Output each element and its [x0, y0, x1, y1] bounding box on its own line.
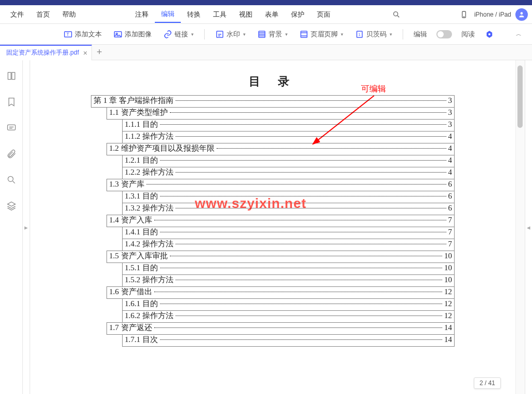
background-button[interactable]: 背景 ▾ — [253, 28, 292, 41]
toc-row[interactable]: 1.6.2 操作方法12 — [122, 310, 455, 323]
menu-item-8[interactable]: 表单 — [259, 7, 285, 22]
workspace: ▸ 可编辑 www.szyixin.net 目 录 第 1 章 客户端操作指南3… — [0, 60, 532, 394]
toc-row[interactable]: 1.7.1 目次14 — [122, 334, 455, 347]
settings-icon[interactable] — [482, 27, 497, 42]
document-viewport[interactable]: 可编辑 www.szyixin.net 目 录 第 1 章 客户端操作指南31.… — [30, 60, 515, 394]
toc-row[interactable]: 1.4.1 目的7 — [122, 227, 455, 239]
toc-row-page: 12 — [444, 287, 452, 296]
menubar: 文件首页帮助注释编辑转换工具视图表单保护页面 iPhone / iPad — [0, 5, 532, 24]
read-mode-button[interactable]: 阅读 — [457, 28, 479, 41]
search-panel-icon[interactable] — [4, 173, 19, 187]
toc-row-page: 6 — [448, 192, 453, 201]
edit-mode-button[interactable]: 编辑 — [409, 28, 431, 41]
toc-row[interactable]: 1.5.2 操作方法10 — [122, 274, 455, 287]
close-tab-icon[interactable]: × — [83, 49, 87, 57]
toc-row[interactable]: 1.1.2 操作方法4 — [122, 131, 455, 143]
thumbnails-icon[interactable] — [4, 69, 19, 83]
menu-item-6[interactable]: 工具 — [207, 7, 233, 22]
toc-row-page: 12 — [444, 311, 452, 320]
bookmark-icon[interactable] — [4, 95, 19, 109]
edit-read-toggle[interactable] — [436, 30, 452, 38]
document-tab[interactable]: 固定资产系统操作手册.pdf × — [0, 45, 92, 60]
menu-item-10[interactable]: 页面 — [311, 7, 337, 22]
watermark-text: www.szyixin.net — [195, 195, 307, 212]
link-label: 链接 — [175, 30, 188, 39]
collapse-toolbar-icon[interactable]: ︿ — [511, 27, 526, 42]
toc-row[interactable]: 1.3 资产库6 — [107, 179, 455, 191]
toc-row[interactable]: 1.6 资产借出12 — [107, 286, 455, 299]
toc-row-label: 1.1 资产类型维护 — [109, 108, 168, 117]
menu-item-4[interactable]: 编辑 — [155, 6, 181, 23]
menu-item-1[interactable]: 首页 — [30, 7, 56, 22]
page-indicator[interactable]: 2 / 41 — [474, 377, 501, 389]
add-image-button[interactable]: 添加图像 — [109, 28, 156, 41]
menu-item-3[interactable]: 注释 — [129, 7, 155, 22]
menu-item-5[interactable]: 转换 — [181, 7, 207, 22]
toc-row-label: 1.5 资产入库审批 — [109, 251, 168, 261]
document-page: 可编辑 www.szyixin.net 目 录 第 1 章 客户端操作指南31.… — [91, 71, 455, 347]
edit-mode-label: 编辑 — [414, 30, 427, 39]
toc-row[interactable]: 1.1.1 目的3 — [122, 119, 455, 132]
toc-row-page: 4 — [448, 168, 453, 177]
vertical-scrollbar[interactable] — [515, 60, 525, 394]
toc-row[interactable]: 第 1 章 客户端操作指南3 — [91, 95, 455, 108]
toc-row[interactable]: 1.2 维护资产项目以及报损年限4 — [107, 143, 455, 155]
toc-row[interactable]: 1.6.1 目的12 — [122, 298, 455, 311]
toc-row[interactable]: 1.2.2 操作方法4 — [122, 167, 455, 179]
toc-row[interactable]: 1.4.2 操作方法7 — [122, 239, 455, 251]
toc-leader-dots — [176, 100, 446, 101]
toc-row-page: 10 — [444, 252, 452, 260]
right-panel-collapse[interactable]: ◂ — [525, 60, 532, 394]
read-mode-label: 阅读 — [461, 30, 475, 39]
left-panel-collapse[interactable]: ▸ — [23, 60, 30, 394]
attachment-icon[interactable] — [4, 147, 19, 161]
toc-leader-dots — [160, 304, 442, 304]
menu-item-9[interactable]: 保护 — [285, 7, 311, 22]
watermark-icon — [215, 30, 224, 39]
document-tab-label: 固定资产系统操作手册.pdf — [6, 48, 79, 57]
toc-row[interactable]: 1.5.1 目的10 — [122, 262, 455, 275]
toc-row-page: 3 — [448, 108, 453, 117]
toc-row[interactable]: 1.2.1 目的4 — [122, 155, 455, 167]
page-number-button[interactable]: 1 贝茨码 ▾ — [351, 28, 396, 41]
toc-row-label: 1.4 资产入库 — [109, 215, 152, 225]
toc-row-label: 1.3 资产库 — [109, 179, 144, 189]
toc-row-page: 4 — [448, 144, 453, 153]
toc-row[interactable]: 1.7 资产返还14 — [107, 322, 455, 335]
toc-title: 目 录 — [91, 71, 455, 96]
svg-point-4 — [521, 12, 523, 15]
device-label: iPhone / iPad — [474, 11, 511, 18]
header-footer-button[interactable]: 页眉页脚 ▾ — [295, 28, 348, 41]
menu-item-7[interactable]: 视图 — [233, 7, 259, 22]
link-button[interactable]: 链接 ▾ — [159, 28, 198, 41]
scrollbar-thumb[interactable] — [517, 65, 523, 128]
layers-icon[interactable] — [4, 199, 19, 213]
add-tab-button[interactable]: + — [92, 45, 107, 60]
chevron-down-icon: ▾ — [243, 32, 246, 37]
comment-icon[interactable] — [4, 121, 19, 135]
add-text-button[interactable]: T 添加文本 — [59, 28, 106, 41]
toc-row-label: 1.6.1 目的 — [125, 299, 158, 309]
add-image-label: 添加图像 — [125, 30, 152, 39]
toc-leader-dots — [160, 160, 446, 161]
watermark-button[interactable]: 水印 ▾ — [211, 28, 250, 41]
toc-leader-dots — [176, 316, 442, 316]
svg-rect-19 — [11, 72, 15, 79]
user-avatar[interactable] — [515, 8, 528, 21]
menu-item-0[interactable]: 文件 — [4, 7, 30, 22]
toc-row-page: 4 — [448, 156, 453, 165]
toc-leader-dots — [170, 256, 443, 256]
menu-item-2[interactable]: 帮助 — [56, 7, 82, 22]
toc-row[interactable]: 1.5 资产入库审批10 — [107, 251, 455, 263]
device-icon[interactable] — [457, 7, 471, 22]
toc-row-label: 1.7 资产返还 — [109, 323, 152, 333]
search-icon[interactable] — [389, 7, 404, 22]
toc-row-label: 1.3.2 操作方法 — [125, 203, 174, 213]
toc-leader-dots — [176, 244, 446, 244]
toc-leader-dots — [176, 208, 446, 208]
toolbar-separator — [403, 29, 403, 40]
edit-toolbar: T 添加文本 添加图像 链接 ▾ 水印 ▾ 背景 ▾ 页眉页脚 ▾ 1 贝茨码 … — [0, 24, 532, 45]
toc-row-page: 12 — [444, 299, 452, 308]
toc-row[interactable]: 1.1 资产类型维护3 — [107, 107, 455, 120]
toc-row[interactable]: 1.4 资产入库7 — [107, 215, 455, 227]
